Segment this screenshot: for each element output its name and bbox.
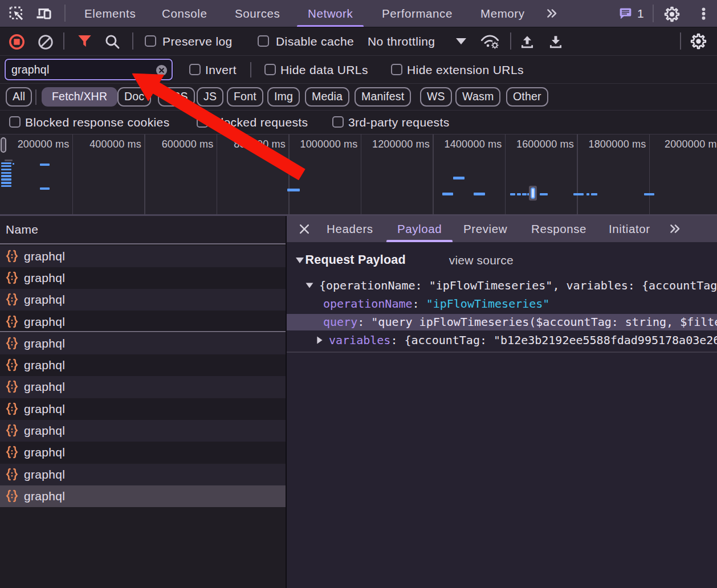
details-tab-headers[interactable]: Headers [327,216,373,242]
payload-tree-row[interactable]: operationName: "ipFlowTimeseries" [287,296,717,312]
request-row[interactable]: graphql [0,333,286,354]
request-name: graphql [24,380,65,394]
details-tab-initiator[interactable]: Initiator [609,216,650,242]
more-options-button[interactable] [695,5,712,22]
third-party-requests-label[interactable]: 3rd-party requests [348,116,450,129]
request-row[interactable]: graphql [0,485,286,507]
payload-tree-row[interactable]: {operationName: "ipFlowTimeseries", vari… [287,277,717,294]
details-tab-payload[interactable]: Payload [397,216,442,242]
network-settings-button[interactable] [690,33,707,50]
overview-request-mark [510,193,515,196]
third-party-requests-checkbox[interactable] [332,116,344,128]
panel-tab-elements[interactable]: Elements [84,0,136,27]
request-name: graphql [24,468,65,481]
filter-input[interactable]: graphql [5,59,173,80]
request-row[interactable]: graphql [0,398,286,420]
request-name: graphql [24,489,65,503]
network-conditions-button[interactable] [480,32,500,50]
payload-tree-row[interactable]: variables: {accountTag: "b12e3b2192ee558… [287,332,717,349]
issues-message-bubble-icon [619,7,632,20]
hide-extension-urls-checkbox[interactable] [391,64,402,75]
tree-expander-down-icon[interactable] [305,283,313,288]
overview-request-mark [586,193,589,196]
request-row[interactable]: graphql [0,376,286,398]
more-panels-button[interactable] [544,0,560,27]
network-overview-timeline[interactable]: 200000 ms400000 ms600000 ms800000 ms1000… [0,134,717,214]
requests-group-divider [0,331,286,332]
section-expander-triangle-icon[interactable] [296,258,304,263]
clear-icon [38,34,54,50]
overview-gridline [288,134,290,214]
details-tab-response[interactable]: Response [531,216,586,242]
overview-window-handle[interactable] [1,137,6,153]
panel-tab-network[interactable]: Network [308,0,353,27]
payload-tree-text: variables: {accountTag: "b12e3b2192ee558… [329,333,717,347]
column-header-name[interactable]: Name [0,216,286,244]
export-har-button[interactable] [548,34,564,50]
type-filter-chip-img[interactable]: Img [267,87,300,107]
type-filter-chip-font[interactable]: Font [227,87,263,107]
tree-expander-right-icon[interactable] [317,337,322,344]
blocked-requests-checkbox[interactable] [197,116,208,128]
preserve-log-checkbox[interactable] [145,35,156,47]
type-filter-chip-other[interactable]: Other [506,87,548,107]
disable-cache-checkbox[interactable] [258,35,269,47]
search-network-button[interactable] [104,34,120,50]
payload-tree-row[interactable]: query: "query ipFlowTimeseries($accountT… [287,314,717,330]
overview-gridline [144,134,145,214]
overview-request-mark [5,160,13,161]
braces-xhr-icon [5,337,19,350]
filter-toggle-button[interactable] [78,34,92,48]
invert-checkbox[interactable] [189,64,201,75]
panel-tab-console[interactable]: Console [162,0,207,27]
settings-gear-button[interactable] [663,6,681,23]
panel-tab-sources[interactable]: Sources [235,0,280,27]
request-row[interactable]: graphql [0,267,286,289]
view-source-link[interactable]: view source [449,254,514,267]
details-tab-preview[interactable]: Preview [463,216,507,242]
hide-data-urls-label[interactable]: Hide data URLs [280,63,368,77]
request-row[interactable]: graphql [0,311,286,332]
braces-xhr-icon [5,271,19,285]
request-row[interactable]: graphql [0,442,286,463]
panel-tab-memory[interactable]: Memory [480,0,525,27]
type-filter-chip-media[interactable]: Media [305,87,349,107]
inspect-element-button[interactable] [8,5,25,22]
issues-counter-button[interactable]: 1 [619,0,644,27]
invert-label[interactable]: Invert [205,63,237,77]
preserve-log-label[interactable]: Preserve log [162,35,233,48]
blocked-response-cookies-checkbox[interactable] [9,116,21,128]
device-toolbar-button[interactable] [35,5,52,22]
blocked-requests-label[interactable]: Blocked requests [213,116,308,129]
request-payload-section[interactable]: Request Payload view source [287,248,717,273]
type-filter-chip-css[interactable]: CSS [158,87,195,107]
request-row[interactable]: graphql [0,289,286,311]
import-har-button[interactable] [519,34,535,50]
overview-request-mark [1,175,11,177]
overview-tick-label: 2000000 ms [665,138,717,150]
type-filter-chip-fetch-xhr[interactable]: Fetch/XHR [42,87,117,107]
request-row[interactable]: graphql [0,464,286,485]
request-name: graphql [24,250,65,263]
clear-network-log-button[interactable] [38,34,54,50]
record-network-log-button[interactable] [9,34,25,50]
disable-cache-label[interactable]: Disable cache [276,35,354,48]
request-row[interactable]: graphql [0,354,286,376]
type-filter-chip-js[interactable]: JS [197,87,223,107]
hide-data-urls-checkbox[interactable] [264,64,276,75]
overview-request-mark [573,193,584,196]
hide-extension-urls-label[interactable]: Hide extension URLs [407,63,524,77]
type-filter-chip-manifest[interactable]: Manifest [355,87,411,107]
type-filter-chip-ws[interactable]: WS [420,87,452,107]
panel-tab-performance[interactable]: Performance [382,0,453,27]
type-filter-chip-all[interactable]: All [6,87,32,107]
type-filter-chip-wasm[interactable]: Wasm [455,87,500,107]
type-filter-chip-doc[interactable]: Doc [117,87,151,107]
close-details-button[interactable] [298,222,311,236]
request-row[interactable]: graphql [0,420,286,442]
toolbar-divider [653,5,654,22]
more-detail-tabs-button[interactable] [667,216,683,242]
request-row[interactable]: graphql [0,246,286,267]
clear-filter-button[interactable] [156,64,168,76]
blocked-response-cookies-label[interactable]: Blocked response cookies [25,116,170,129]
